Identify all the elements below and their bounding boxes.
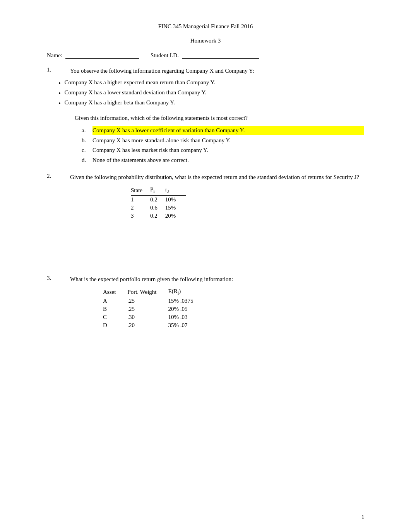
prob-col-rj: rJ: [165, 186, 186, 196]
prob-pi-2: 0.6: [150, 204, 165, 212]
prob-row-1: 1 0.2 10%: [131, 195, 186, 204]
bullet-2: • Company X has a lower standard deviati…: [58, 89, 364, 98]
prob-state-2: 2: [131, 204, 150, 212]
answer-choices: a. Company X has a lower coefficient of …: [82, 126, 364, 164]
choice-b: b. Company X has more standard-alone ris…: [82, 136, 364, 145]
portfolio-header-row: Asset Port. Weight E(Ri): [103, 287, 205, 297]
portfolio-er-a: 15% .0375: [168, 297, 205, 305]
prob-row-2: 2 0.6 15%: [131, 204, 186, 212]
bullet-dot-3: •: [58, 99, 61, 108]
bullet-dot-2: •: [58, 89, 61, 98]
bullet-text-2: Company X has a lower standard deviation…: [65, 89, 207, 96]
choice-c-text: Company X has less market risk than comp…: [92, 146, 364, 155]
page-number: 1: [361, 514, 364, 520]
choice-c-label: c.: [82, 146, 92, 155]
name-row: Name: Student I.D.: [47, 52, 364, 59]
question-2-table-wrapper: State Pi rJ 1 0.2 10% 2 0.6 15%: [75, 186, 364, 220]
choice-c: c. Company X has less market risk than c…: [82, 146, 364, 155]
prob-pi-1: 0.2: [150, 195, 165, 204]
question-1-text: You observe the following information re…: [70, 66, 364, 75]
bullet-dot-1: •: [58, 79, 61, 88]
bullet-text-1: Company X has a higher expected mean ret…: [65, 79, 215, 86]
footer-area: [47, 511, 364, 513]
question-1-bullets: • Company X has a higher expected mean r…: [58, 79, 364, 108]
bullet-1: • Company X has a higher expected mean r…: [58, 79, 364, 88]
portfolio-weight-a: .25: [127, 297, 168, 305]
portfolio-col-weight: Port. Weight: [127, 287, 168, 297]
portfolio-weight-d: .20: [127, 321, 168, 329]
title-section: FINC 345 Managerial Finance Fall 2016 Ho…: [47, 23, 364, 44]
portfolio-row-a: A .25 15% .0375: [103, 297, 205, 305]
prob-state-1: 1: [131, 195, 150, 204]
name-input-line[interactable]: [65, 52, 139, 59]
given-text: Given this information, which of the fol…: [75, 114, 364, 123]
portfolio-asset-d: D: [103, 321, 127, 329]
portfolio-asset-b: B: [103, 305, 127, 313]
choice-d-text: None of the statements above are correct…: [92, 156, 364, 165]
portfolio-er-b: 20% .05: [168, 305, 205, 313]
question-3-text: What is the expected portfolio return gi…: [70, 275, 364, 284]
question-2: 2. Given the following probability distr…: [47, 173, 364, 220]
choice-d: d. None of the statements above are corr…: [82, 156, 364, 165]
student-id-label: Student I.D.: [151, 52, 179, 59]
footer-line: [47, 511, 70, 511]
name-label: Name:: [47, 52, 62, 59]
question-3: 3. What is the expected portfolio return…: [47, 275, 364, 330]
portfolio-col-er: E(Ri): [168, 287, 205, 297]
course-title: FINC 345 Managerial Finance Fall 2016: [47, 23, 364, 30]
bullet-3: • Company X has a higher beta than Compa…: [58, 99, 364, 108]
prob-rj-2: 15%: [165, 204, 186, 212]
prob-table-header-row: State Pi rJ: [131, 186, 186, 196]
choice-b-label: b.: [82, 136, 92, 145]
prob-col-state: State: [131, 186, 150, 196]
prob-col-pi: Pi: [150, 186, 165, 196]
assignment-title: Homework 3: [47, 38, 364, 44]
portfolio-er-d: 35% .07: [168, 321, 205, 329]
question-2-text: Given the following probability distribu…: [70, 173, 364, 182]
question-3-number: 3.: [47, 275, 70, 284]
prob-pi-3: 0.2: [150, 212, 165, 220]
portfolio-table: Asset Port. Weight E(Ri) A .25 15% .0375…: [103, 287, 205, 329]
probability-table: State Pi rJ 1 0.2 10% 2 0.6 15%: [131, 186, 186, 220]
portfolio-weight-b: .25: [127, 305, 168, 313]
question-1: 1. You observe the following information…: [47, 66, 364, 164]
spacer-q2-q3: [47, 228, 364, 275]
choice-b-text: Company X has more standard-alone risk t…: [92, 136, 364, 145]
student-id-input-line[interactable]: [182, 52, 259, 59]
portfolio-row-d: D .20 35% .07: [103, 321, 205, 329]
question-1-number: 1.: [47, 66, 70, 75]
prob-rj-3: 20%: [165, 212, 186, 220]
prob-state-3: 3: [131, 212, 150, 220]
portfolio-row-c: C .30 10% .03: [103, 313, 205, 321]
question-3-row: 3. What is the expected portfolio return…: [47, 275, 364, 284]
portfolio-asset-c: C: [103, 313, 127, 321]
choice-a-text: Company X has a lower coefficient of var…: [92, 126, 364, 135]
choice-a-label: a.: [82, 126, 92, 135]
portfolio-weight-c: .30: [127, 313, 168, 321]
portfolio-er-c: 10% .03: [168, 313, 205, 321]
choice-a: a. Company X has a lower coefficient of …: [82, 126, 364, 135]
question-2-number: 2.: [47, 173, 70, 182]
prob-row-3: 3 0.2 20%: [131, 212, 186, 220]
portfolio-asset-a: A: [103, 297, 127, 305]
page: FINC 345 Managerial Finance Fall 2016 Ho…: [47, 0, 364, 532]
question-1-row: 1. You observe the following information…: [47, 66, 364, 75]
question-2-row: 2. Given the following probability distr…: [47, 173, 364, 182]
prob-rj-1: 10%: [165, 195, 186, 204]
portfolio-col-asset: Asset: [103, 287, 127, 297]
portfolio-row-b: B .25 20% .05: [103, 305, 205, 313]
choice-d-label: d.: [82, 156, 92, 165]
bullet-text-3: Company X has a higher beta than Company…: [65, 99, 175, 106]
